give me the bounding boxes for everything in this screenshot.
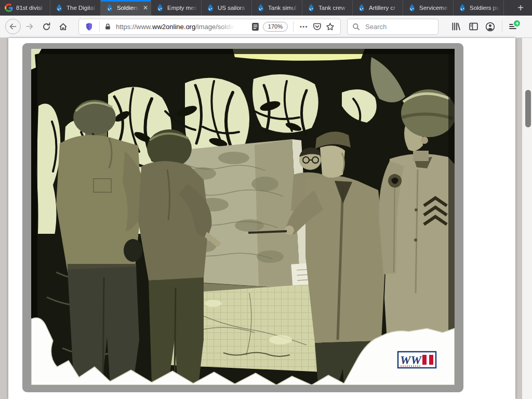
url-path: /image/soldie: [195, 23, 235, 31]
tracking-protection-shield-icon[interactable]: [85, 22, 94, 31]
photograph-soldiers-studying-map: WW: [31, 49, 455, 385]
url-domain: ww2online.org: [152, 23, 195, 31]
update-available-badge: [513, 19, 521, 28]
drupal-favicon: [55, 4, 63, 12]
drupal-favicon: [105, 4, 114, 12]
tab-the-digital[interactable]: The Digital: [50, 0, 101, 16]
url-bar[interactable]: https://www.ww2online.org/image/soldie 1…: [78, 19, 341, 35]
search-icon: [352, 23, 360, 31]
drupal-favicon: [206, 4, 215, 12]
tab-title: 81st divisi: [16, 5, 47, 11]
tab-artillery-crew[interactable]: Artillery cr: [353, 0, 403, 16]
navigation-toolbar: https://www.ww2online.org/image/soldie 1…: [0, 16, 532, 38]
drupal-favicon: [408, 4, 416, 12]
web-page-panel: WW: [8, 38, 515, 399]
tab-title: Empty mes: [167, 5, 198, 11]
zoom-level-badge[interactable]: 170%: [263, 22, 288, 32]
drupal-favicon: [307, 4, 315, 12]
tab-tank-simulator[interactable]: Tank simul: [252, 0, 302, 16]
home-icon: [59, 22, 68, 31]
tab-title: Artillery cr: [369, 5, 400, 11]
search-bar[interactable]: [347, 19, 438, 35]
tab-81st-division[interactable]: 81st divisi: [0, 0, 50, 16]
forward-arrow-icon: [25, 22, 34, 31]
sidebar-toggle-icon[interactable]: [469, 22, 478, 31]
home-button[interactable]: [56, 22, 70, 31]
tab-title: The Digital: [66, 5, 98, 11]
back-button[interactable]: [5, 19, 21, 34]
account-icon[interactable]: [485, 22, 495, 32]
browser-window: 81st divisi The Digital Soldiers ✕ Empty…: [0, 0, 532, 399]
scrollbar-thumb[interactable]: [525, 90, 531, 127]
tab-servicemen[interactable]: Serviceme: [403, 0, 454, 16]
reload-button[interactable]: [39, 22, 53, 31]
tab-soldiers-active[interactable]: Soldiers ✕: [101, 0, 151, 16]
pocket-icon[interactable]: [313, 22, 322, 31]
bookmark-star-icon[interactable]: [326, 22, 335, 31]
back-arrow-icon: [9, 22, 17, 31]
tab-title: US sailors: [218, 5, 249, 11]
tab-title: Soldiers: [117, 5, 139, 11]
divider: [99, 21, 100, 32]
logo-ww-text: WW: [400, 354, 422, 367]
drupal-favicon: [357, 4, 366, 12]
tab-title: Tank simul: [268, 5, 299, 11]
drupal-favicon: [458, 4, 467, 12]
new-tab-button[interactable]: +: [511, 0, 530, 16]
tab-bar: 81st divisi The Digital Soldiers ✕ Empty…: [0, 0, 532, 16]
url-scheme: https://www.: [116, 23, 152, 31]
menu-hamburger-icon[interactable]: [508, 22, 517, 31]
tab-title: Soldiers pu: [470, 5, 501, 11]
tab-empty-mess[interactable]: Empty mes: [151, 0, 202, 16]
library-icon[interactable]: [451, 22, 461, 31]
google-favicon: [5, 4, 13, 12]
tab-tank-crew[interactable]: Tank crew: [302, 0, 353, 16]
photo-frame: WW: [22, 43, 463, 392]
tab-soldiers-pu[interactable]: Soldiers pu: [454, 0, 504, 16]
reload-icon: [42, 22, 51, 31]
page-actions-icon[interactable]: •••: [300, 23, 308, 30]
wwii-museum-logo: WW: [398, 352, 436, 368]
tab-us-sailors[interactable]: US sailors: [202, 0, 252, 16]
search-input[interactable]: [364, 22, 433, 31]
drupal-favicon: [156, 4, 164, 12]
forward-button[interactable]: [23, 22, 36, 31]
divider: [502, 21, 502, 32]
tab-title: Serviceme: [419, 5, 450, 11]
lock-icon[interactable]: [104, 23, 112, 31]
divider: [293, 21, 294, 32]
drupal-favicon: [257, 4, 265, 12]
close-tab-icon[interactable]: ✕: [143, 4, 148, 11]
tab-title: Tank crew: [318, 5, 350, 11]
reader-mode-icon[interactable]: [251, 22, 259, 31]
url-text: https://www.ww2online.org/image/soldie: [116, 23, 249, 31]
